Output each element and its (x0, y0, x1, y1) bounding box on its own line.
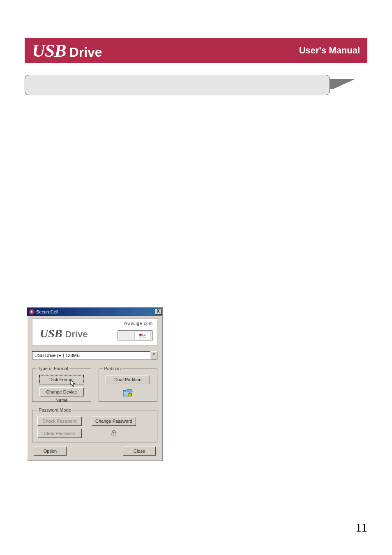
dialog-bottom-row: Option Close (32, 447, 157, 457)
page-number: 11 (355, 520, 367, 534)
section-placeholder-panel (25, 75, 330, 95)
change-password-button[interactable]: Change Password (92, 417, 136, 426)
folder-lock-icon (122, 387, 134, 398)
dialog-titlebar[interactable]: ✶ SecureCell X (27, 308, 162, 316)
type-of-format-group: Type of Format Disk Format Change Device… (32, 366, 91, 402)
banner-url: www.lge.com (124, 321, 153, 326)
lg-badge: LG USB Drive (134, 332, 151, 339)
page-header-banner: USB Drive User's Manual (25, 38, 367, 63)
close-icon[interactable]: X (155, 309, 161, 315)
lock-icon (110, 429, 118, 437)
close-button[interactable]: Close (123, 447, 156, 456)
drive-select-value: USB Drive (E:) 128MB (32, 351, 150, 359)
partition-group: Partition Dual Partition (99, 366, 158, 402)
dialog-body: www.lge.com USB Drive LG USB Drive USB D… (27, 316, 162, 461)
banner-logo: USB Drive (40, 327, 88, 340)
app-icon: ✶ (29, 309, 35, 315)
svg-rect-3 (114, 434, 114, 435)
dual-partition-button[interactable]: Dual Partition (106, 375, 150, 384)
dialog-title: SecureCell (36, 309, 153, 314)
password-legend: Password Mode (37, 408, 72, 412)
logo-usb-text: USB (32, 40, 66, 61)
cursor-icon (70, 379, 77, 387)
logo-drive-text: Drive (69, 45, 102, 60)
banner-logo-drive: Drive (65, 329, 88, 339)
password-mode-group: Password Mode Check Password Clear Passw… (32, 408, 157, 442)
logo-area: USB Drive (32, 40, 102, 61)
disk-format-button[interactable]: Disk Format (39, 375, 84, 384)
manual-label: User's Manual (299, 45, 360, 56)
chevron-down-icon[interactable]: ▼ (150, 351, 157, 359)
change-device-name-button[interactable]: Change Device Name (39, 387, 84, 396)
option-button[interactable]: Option (34, 447, 67, 456)
product-banner: www.lge.com USB Drive LG USB Drive (32, 318, 157, 345)
usb-device-icon: LG USB Drive (118, 330, 153, 341)
panel-shadow-tail (333, 79, 355, 89)
partition-legend: Partition (103, 366, 122, 371)
lg-subtext: USB Drive (139, 336, 147, 338)
drive-select[interactable]: USB Drive (E:) 128MB ▼ (32, 351, 157, 359)
format-legend: Type of Format (37, 366, 69, 371)
securecell-dialog: ✶ SecureCell X www.lge.com USB Drive LG … (27, 307, 163, 461)
clear-password-button[interactable]: Clear Password (37, 429, 82, 438)
svg-rect-0 (128, 394, 131, 396)
check-password-button[interactable]: Check Password (37, 417, 82, 426)
banner-logo-usb: USB (40, 327, 62, 340)
